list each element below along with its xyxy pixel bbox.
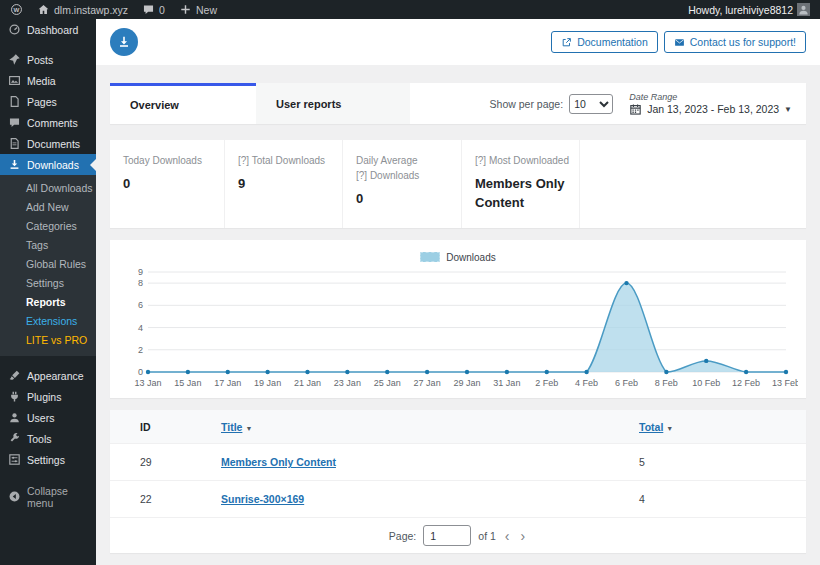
- main-content: Documentation Contact us for support! Ov…: [96, 19, 820, 565]
- sidebar-item-documents[interactable]: Documents: [0, 133, 96, 154]
- sidebar-item-label: Tools: [27, 433, 52, 445]
- submenu-item-tags[interactable]: Tags: [0, 236, 96, 255]
- download-title-link[interactable]: Sunrise-300×169: [221, 493, 304, 505]
- sort-by-title[interactable]: Title: [221, 421, 242, 433]
- submenu-item-reports[interactable]: Reports: [0, 293, 96, 312]
- site-link[interactable]: dlm.instawp.xyz: [37, 3, 128, 16]
- sidebar-item-users[interactable]: Users: [0, 407, 96, 428]
- sidebar-item-posts[interactable]: Posts: [0, 49, 96, 70]
- calendar-icon: [629, 103, 642, 116]
- sidebar-item-label: Pages: [27, 96, 57, 108]
- submenu-item-settings[interactable]: Settings: [0, 274, 96, 293]
- external-link-icon: [561, 37, 572, 48]
- svg-text:6 Feb: 6 Feb: [615, 378, 638, 388]
- svg-text:0: 0: [138, 367, 143, 377]
- date-range-picker[interactable]: Jan 13, 2023 - Feb 13, 2023 ▼: [629, 103, 792, 116]
- chart-legend: Downloads: [118, 250, 798, 264]
- sidebar-item-comments[interactable]: Comments: [0, 112, 96, 133]
- submenu-item-extensions[interactable]: Extensions: [0, 312, 96, 331]
- stat-label: [?] Most Downloaded: [475, 153, 569, 168]
- plus-icon: [179, 3, 192, 16]
- legend-swatch-downloads: [420, 252, 440, 262]
- sidebar-item-media[interactable]: Media: [0, 70, 96, 91]
- submenu-item-global-rules[interactable]: Global Rules: [0, 255, 96, 274]
- tools-icon: [8, 432, 21, 445]
- svg-text:4: 4: [138, 323, 143, 333]
- sidebar-item-label: Settings: [27, 454, 65, 466]
- sidebar-item-tools[interactable]: Tools: [0, 428, 96, 449]
- show-per-page-label: Show per page:: [490, 98, 564, 110]
- svg-text:23 Jan: 23 Jan: [334, 378, 361, 388]
- stat-card-3: [?] Most DownloadedMembers Only Content: [462, 140, 580, 228]
- sidebar-item-downloads[interactable]: Downloads: [0, 154, 96, 175]
- submenu-item-lite-vs-pro[interactable]: LITE vs PRO: [0, 331, 96, 350]
- new-label: New: [196, 4, 217, 16]
- page-number-input[interactable]: [423, 525, 471, 546]
- sort-by-total[interactable]: Total: [639, 421, 663, 433]
- svg-text:15 Jan: 15 Jan: [174, 378, 201, 388]
- svg-text:10 Feb: 10 Feb: [692, 378, 720, 388]
- svg-text:2 Feb: 2 Feb: [535, 378, 558, 388]
- site-name: dlm.instawp.xyz: [54, 4, 128, 16]
- submenu-item-all-downloads[interactable]: All Downloads: [0, 179, 96, 198]
- submenu-item-categories[interactable]: Categories: [0, 217, 96, 236]
- sidebar-item-label: Posts: [27, 54, 53, 66]
- appearance-icon: [8, 369, 21, 382]
- wordpress-menu[interactable]: W: [10, 3, 23, 16]
- stat-value: 9: [238, 175, 332, 194]
- sidebar-item-label: Plugins: [27, 391, 61, 403]
- previous-page-button[interactable]: ‹: [503, 529, 512, 543]
- new-content-menu[interactable]: New: [179, 3, 217, 16]
- cell-id: 22: [140, 493, 221, 505]
- documents-icon: [8, 137, 21, 150]
- comments-icon: [8, 116, 21, 129]
- sidebar-item-settings[interactable]: Settings: [0, 449, 96, 470]
- collapse-menu-button[interactable]: Collapse menu: [0, 486, 96, 507]
- svg-text:W: W: [14, 6, 20, 13]
- account-menu[interactable]: Howdy, lurehiviye8812: [688, 3, 810, 16]
- users-icon: [8, 411, 21, 424]
- sort-caret-icon: ▼: [245, 425, 252, 432]
- tab-overview-label: Overview: [130, 99, 179, 111]
- date-range-label: Date Range: [629, 92, 792, 102]
- sidebar-item-pages[interactable]: Pages: [0, 91, 96, 112]
- sidebar-item-dashboard[interactable]: Dashboard: [0, 19, 96, 40]
- submenu-item-add-new[interactable]: Add New: [0, 198, 96, 217]
- contact-support-button[interactable]: Contact us for support!: [664, 31, 806, 53]
- sidebar-item-appearance[interactable]: Appearance: [0, 365, 96, 386]
- svg-text:13 Feb: 13 Feb: [772, 378, 798, 388]
- table-header-row: ID Title▼ Total▼: [110, 410, 806, 443]
- comments-shortcut[interactable]: 0: [142, 3, 165, 16]
- settings-icon: [8, 453, 21, 466]
- howdy-text: Howdy, lurehiviye8812: [688, 4, 793, 16]
- svg-text:25 Jan: 25 Jan: [374, 378, 401, 388]
- svg-text:4 Feb: 4 Feb: [575, 378, 598, 388]
- next-page-button[interactable]: ›: [518, 529, 527, 543]
- comments-count: 0: [159, 4, 165, 16]
- wordpress-logo-icon: W: [10, 3, 23, 16]
- collapse-icon: [8, 490, 21, 503]
- svg-text:6: 6: [138, 300, 143, 310]
- documentation-button[interactable]: Documentation: [551, 31, 658, 53]
- home-icon: [37, 3, 50, 16]
- tab-user-reports-label: User reports: [276, 98, 341, 110]
- downloads-chart-card: Downloads 02468913 Jan15 Jan17 Jan19 Jan…: [110, 240, 806, 398]
- stat-label: Today Downloads: [123, 153, 214, 168]
- tab-overview[interactable]: Overview: [110, 83, 256, 124]
- downloads-area-chart[interactable]: 02468913 Jan15 Jan17 Jan19 Jan21 Jan23 J…: [118, 266, 798, 396]
- stat-label: Daily Average [?] Downloads: [356, 153, 451, 183]
- tab-user-reports[interactable]: User reports: [256, 83, 410, 124]
- pages-icon: [8, 95, 21, 108]
- stat-card-0: Today Downloads0: [110, 140, 225, 228]
- download-monitor-logo-icon: [110, 28, 138, 56]
- per-page-select[interactable]: 10: [569, 94, 613, 114]
- download-title-link[interactable]: Members Only Content: [221, 456, 336, 468]
- page-total-label: of 1: [478, 530, 496, 542]
- column-id: ID: [140, 421, 221, 433]
- svg-text:8: 8: [138, 278, 143, 288]
- svg-text:29 Jan: 29 Jan: [453, 378, 480, 388]
- admin-sidebar: DashboardPostsMediaPagesCommentsDocument…: [0, 19, 96, 565]
- sidebar-item-plugins[interactable]: Plugins: [0, 386, 96, 407]
- svg-text:12 Feb: 12 Feb: [732, 378, 760, 388]
- legend-label-downloads: Downloads: [446, 252, 495, 263]
